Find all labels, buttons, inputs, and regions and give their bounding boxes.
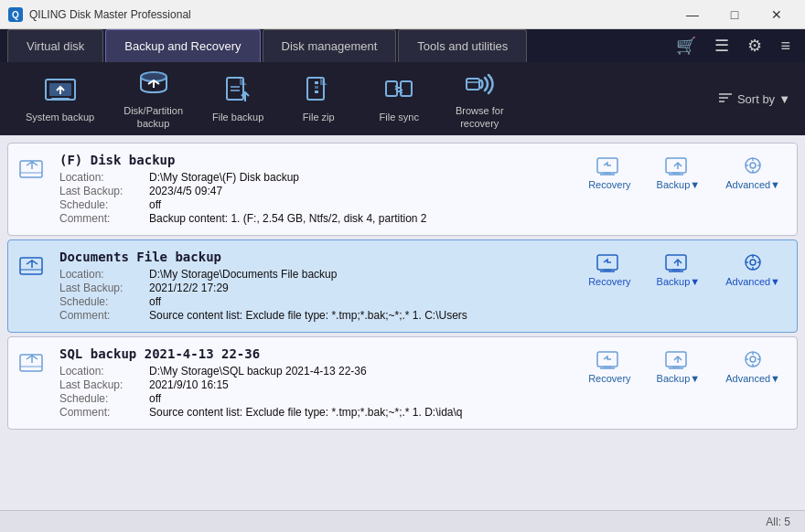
svg-rect-24 <box>20 161 42 177</box>
card-1-schedule-row: Schedule: off <box>59 198 572 211</box>
sort-button[interactable]: Sort by ▼ <box>717 91 790 106</box>
card-3-recovery-button[interactable]: Recovery <box>583 346 636 388</box>
card-2-advanced-icon <box>740 253 766 273</box>
card-3-backup-icon <box>665 350 691 370</box>
card-1-recovery-button[interactable]: Recovery <box>583 153 636 194</box>
nav-right-icons: 🛒 ☰ ⚙ ≡ <box>669 29 798 62</box>
card-1-comment-row: Comment: Backup content: 1. (F:, 2.54 GB… <box>59 212 572 225</box>
card-1-body: (F) Disk backup Location: D:\My Storage\… <box>59 153 572 226</box>
toolbar: System backup Disk/Partitionbackup File … <box>0 62 805 135</box>
toolbar-browse-recovery[interactable]: Browse forrecovery <box>443 62 516 136</box>
card-1-icon <box>19 156 48 186</box>
system-backup-icon <box>44 74 77 107</box>
card-1-actions: Recovery Backup▼ <box>583 153 786 194</box>
card-2-backup-icon <box>665 253 691 273</box>
card-1-lastbackup-row: Last Backup: 2023/4/5 09:47 <box>59 185 572 197</box>
svg-rect-4 <box>51 98 70 101</box>
settings-icon-button[interactable]: ⚙ <box>740 32 769 59</box>
file-zip-icon <box>302 74 335 107</box>
card-3-comment-row: Comment: Source content list: Exclude fi… <box>59 406 572 419</box>
sort-label: Sort by <box>737 92 775 106</box>
card-2-icon <box>19 253 48 282</box>
app-title: QILING Disk Master Professional <box>29 8 671 21</box>
card-1-title: (F) Disk backup <box>59 153 572 167</box>
titlebar: Q QILING Disk Master Professional — □ ✕ <box>0 0 805 29</box>
menu-icon-button[interactable]: ≡ <box>773 33 798 59</box>
card-3-backup-button[interactable]: Backup▼ <box>651 346 706 388</box>
svg-rect-19 <box>467 79 479 90</box>
card-3-actions: Recovery Backup▼ <box>583 346 786 388</box>
disk-partition-backup-label: Disk/Partitionbackup <box>123 104 183 131</box>
svg-rect-14 <box>315 81 318 84</box>
card-1-backup-button[interactable]: Backup▼ <box>651 153 706 194</box>
toolbar-file-zip[interactable]: File zip <box>282 69 355 129</box>
svg-rect-16 <box>315 90 318 93</box>
card-3-schedule-row: Schedule: off <box>59 392 572 405</box>
svg-rect-39 <box>20 258 42 274</box>
card-1-advanced-button[interactable]: Advanced▼ <box>720 153 786 194</box>
maximize-button[interactable]: □ <box>714 0 756 29</box>
file-backup-label: File backup <box>212 111 263 123</box>
close-button[interactable]: ✕ <box>756 0 798 29</box>
main-content: (F) Disk backup Location: D:\My Storage\… <box>0 135 805 510</box>
tab-backup-recovery[interactable]: Backup and Recovery <box>105 29 260 62</box>
file-sync-icon <box>382 74 415 107</box>
card-2-comment-row: Comment: Source content list: Exclude fi… <box>59 309 572 322</box>
toolbar-system-backup[interactable]: System backup <box>15 69 105 129</box>
card-3-icon <box>19 350 48 379</box>
card-2-title: Documents File backup <box>59 250 572 264</box>
tab-virtual-disk[interactable]: Virtual disk <box>7 29 103 62</box>
tab-tools-utilities[interactable]: Tools and utilities <box>398 29 527 62</box>
tab-disk-management[interactable]: Disk management <box>263 29 397 62</box>
backup-card-3: SQL backup 2021-4-13 22-36 Location: D:\… <box>7 336 798 430</box>
system-backup-label: System backup <box>26 111 94 123</box>
sort-chevron: ▼ <box>778 92 790 106</box>
browse-recovery-label: Browse forrecovery <box>456 104 504 131</box>
nav-tabs: Virtual disk Backup and Recovery Disk ma… <box>0 29 805 62</box>
card-1-backup-icon <box>665 156 691 176</box>
card-2-body: Documents File backup Location: D:\My St… <box>59 250 572 323</box>
card-3-title: SQL backup 2021-4-13 22-36 <box>59 346 572 361</box>
card-2-lastbackup-row: Last Backup: 2021/12/2 17:29 <box>59 282 572 294</box>
card-3-lastbackup-row: Last Backup: 2021/9/10 16:15 <box>59 378 572 391</box>
card-2-recovery-icon <box>596 253 622 273</box>
card-2-recovery-button[interactable]: Recovery <box>583 250 636 291</box>
file-backup-icon <box>221 74 254 107</box>
svg-rect-15 <box>315 86 318 89</box>
card-2-location-row: Location: D:\My Storage\Documents File b… <box>59 268 572 281</box>
svg-rect-18 <box>401 81 412 96</box>
card-3-body: SQL backup 2021-4-13 22-36 Location: D:\… <box>59 346 572 420</box>
svg-point-64 <box>750 356 756 362</box>
cart-icon-button[interactable]: 🛒 <box>669 32 703 59</box>
toolbar-disk-partition-backup[interactable]: Disk/Partitionbackup <box>113 62 194 136</box>
sort-icon <box>717 91 734 106</box>
disk-partition-backup-icon <box>137 68 170 101</box>
backup-card-1: (F) Disk backup Location: D:\My Storage\… <box>7 143 798 236</box>
toolbar-file-sync[interactable]: File sync <box>362 69 435 129</box>
card-1-recovery-icon <box>596 156 622 176</box>
card-1-advanced-icon <box>740 156 766 176</box>
card-3-advanced-icon <box>740 350 766 370</box>
card-3-advanced-button[interactable]: Advanced▼ <box>720 346 786 388</box>
toolbar-file-backup[interactable]: File backup <box>201 69 274 129</box>
svg-rect-54 <box>20 355 42 371</box>
statusbar-all-label: All: <box>766 516 781 528</box>
statusbar: All: 5 <box>0 510 805 532</box>
svg-text:Q: Q <box>12 10 19 20</box>
card-2-schedule-row: Schedule: off <box>59 295 572 308</box>
card-1-location-row: Location: D:\My Storage\(F) Disk backup <box>59 171 572 184</box>
minimize-button[interactable]: — <box>671 0 714 29</box>
card-2-actions: Recovery Backup▼ <box>583 250 786 291</box>
browse-recovery-icon <box>463 68 496 101</box>
app-icon: Q <box>7 6 24 23</box>
statusbar-count: 5 <box>784 516 790 528</box>
card-3-location-row: Location: D:\My Storage\SQL backup 2021-… <box>59 365 572 378</box>
list-icon-button[interactable]: ☰ <box>707 32 736 59</box>
window-controls: — □ ✕ <box>671 0 798 29</box>
card-2-backup-button[interactable]: Backup▼ <box>651 250 706 291</box>
backup-card-2: Documents File backup Location: D:\My St… <box>7 239 798 333</box>
svg-point-34 <box>750 163 756 168</box>
card-2-advanced-button[interactable]: Advanced▼ <box>720 250 786 291</box>
toolbar-right: Sort by ▼ <box>717 91 790 106</box>
file-sync-label: File sync <box>380 111 419 123</box>
